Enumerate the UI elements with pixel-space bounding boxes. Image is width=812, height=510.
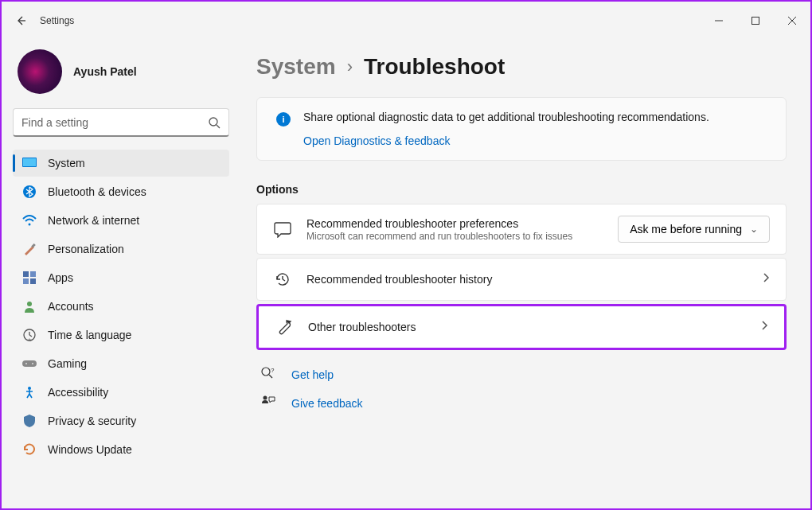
help-icon: ?: [261, 366, 277, 383]
close-button[interactable]: [774, 8, 810, 33]
nav-item-bluetooth[interactable]: Bluetooth & devices: [13, 178, 229, 205]
search-icon: [208, 116, 221, 129]
nav-label: Network & internet: [48, 214, 139, 227]
nav-list: System Bluetooth & devices Network & int…: [13, 150, 229, 463]
feedback-icon: [261, 395, 277, 412]
nav-label: Gaming: [48, 357, 87, 370]
bluetooth-icon: [22, 185, 37, 199]
svg-point-10: [29, 224, 31, 226]
apps-icon: [22, 271, 37, 285]
nav-label: Time & language: [48, 329, 131, 341]
main-content: System › Troubleshoot i Share optional d…: [240, 40, 810, 508]
svg-rect-2: [752, 18, 759, 25]
chat-icon: [273, 220, 292, 239]
search-input-container[interactable]: [13, 108, 229, 137]
nav-item-privacy[interactable]: Privacy & security: [13, 407, 229, 434]
nav-label: Accessibility: [48, 386, 108, 399]
nav-label: System: [48, 157, 85, 169]
nav-item-system[interactable]: System: [13, 150, 229, 177]
svg-rect-15: [30, 278, 36, 284]
row-title: Other troubleshooters: [308, 321, 746, 333]
svg-point-27: [262, 368, 270, 376]
svg-point-24: [28, 387, 31, 390]
arrow-left-icon: [14, 14, 27, 27]
info-text: Share optional diagnostic data to get ad…: [303, 111, 709, 123]
svg-rect-12: [23, 271, 29, 277]
wifi-icon: [22, 213, 37, 228]
preferences-dropdown[interactable]: Ask me before running ⌄: [618, 216, 770, 243]
get-help-link[interactable]: ? Get help: [256, 366, 787, 383]
svg-rect-14: [23, 278, 29, 284]
nav-label: Accounts: [48, 300, 94, 313]
svg-point-16: [27, 302, 32, 306]
wrench-icon: [275, 317, 294, 337]
search-input[interactable]: [21, 116, 208, 129]
person-icon: [22, 299, 37, 313]
minimize-icon: [715, 17, 723, 25]
close-icon: [788, 17, 796, 25]
nav-item-gaming[interactable]: Gaming: [13, 350, 229, 377]
maximize-button[interactable]: [737, 8, 774, 33]
svg-rect-13: [30, 271, 36, 277]
accessibility-icon: [22, 385, 37, 399]
user-name: Ayush Patel: [73, 65, 137, 78]
nav-label: Personalization: [48, 243, 124, 255]
chevron-right-icon: [762, 272, 770, 286]
troubleshooter-history-row[interactable]: Recommended troubleshooter history: [256, 258, 787, 301]
breadcrumb-parent[interactable]: System: [256, 54, 336, 80]
diagnostic-info-card: i Share optional diagnostic data to get …: [256, 97, 787, 161]
row-subtitle: Microsoft can recommend and run troubles…: [306, 231, 603, 242]
app-title: Settings: [40, 15, 74, 26]
svg-line-28: [269, 375, 272, 378]
page-title: Troubleshoot: [364, 54, 505, 80]
back-button[interactable]: [11, 11, 30, 30]
svg-text:文: 文: [27, 338, 33, 341]
nav-label: Windows Update: [48, 443, 132, 456]
minimize-button[interactable]: [701, 8, 737, 33]
nav-item-personalization[interactable]: Personalization: [13, 236, 229, 263]
shield-icon: [22, 414, 37, 428]
history-icon: [273, 270, 292, 289]
svg-rect-21: [22, 360, 37, 367]
svg-text:?: ?: [271, 367, 275, 374]
svg-point-30: [264, 396, 267, 400]
update-icon: [22, 442, 37, 457]
svg-point-22: [25, 363, 27, 364]
sidebar: Ayush Patel System Bluetooth & devices N…: [2, 40, 240, 508]
link-label: Get help: [291, 368, 334, 381]
nav-item-network[interactable]: Network & internet: [13, 207, 229, 234]
row-title: Recommended troubleshooter preferences: [306, 217, 603, 230]
svg-point-5: [209, 118, 217, 126]
breadcrumb: System › Troubleshoot: [256, 54, 787, 80]
open-diagnostics-link[interactable]: Open Diagnostics & feedback: [303, 134, 709, 147]
recommended-preferences-row[interactable]: Recommended troubleshooter preferences M…: [256, 204, 787, 255]
nav-item-accounts[interactable]: Accounts: [13, 293, 229, 320]
clock-icon: 文: [22, 328, 37, 342]
nav-label: Privacy & security: [48, 415, 136, 427]
brush-icon: [22, 242, 37, 256]
options-heading: Options: [256, 183, 787, 196]
svg-line-26: [283, 279, 285, 281]
nav-label: Apps: [48, 271, 73, 284]
nav-item-update[interactable]: Windows Update: [13, 436, 229, 463]
system-icon: [22, 156, 37, 170]
info-icon: i: [276, 112, 291, 127]
maximize-icon: [751, 17, 759, 25]
avatar: [18, 49, 62, 94]
svg-line-19: [29, 335, 32, 337]
chevron-right-icon: ›: [347, 56, 353, 77]
svg-rect-8: [23, 158, 36, 166]
nav-label: Bluetooth & devices: [48, 185, 146, 198]
chevron-down-icon: ⌄: [750, 224, 758, 235]
give-feedback-link[interactable]: Give feedback: [256, 395, 787, 412]
svg-point-23: [32, 363, 33, 364]
user-profile[interactable]: Ayush Patel: [13, 49, 229, 94]
other-troubleshooters-row[interactable]: Other troubleshooters: [256, 304, 787, 350]
row-title: Recommended troubleshooter history: [306, 273, 748, 286]
svg-line-6: [217, 125, 220, 128]
nav-item-time[interactable]: 文 Time & language: [13, 321, 229, 348]
nav-item-accessibility[interactable]: Accessibility: [13, 379, 229, 406]
chevron-right-icon: [760, 320, 768, 334]
gaming-icon: [22, 356, 37, 371]
nav-item-apps[interactable]: Apps: [13, 264, 229, 291]
